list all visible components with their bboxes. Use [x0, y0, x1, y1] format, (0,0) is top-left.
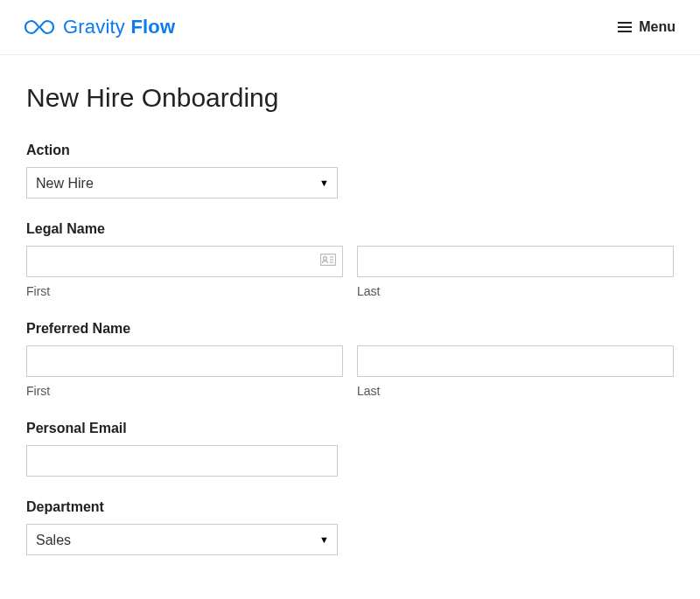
app-header: Gravity Flow Menu [0, 0, 700, 55]
infinity-icon [24, 18, 54, 36]
department-select[interactable]: Sales [26, 524, 338, 555]
preferred-last-input[interactable] [357, 345, 674, 377]
department-label: Department [26, 499, 674, 515]
legal-first-sublabel: First [26, 284, 343, 298]
preferred-last-sublabel: Last [357, 384, 674, 398]
personal-email-label: Personal Email [26, 421, 674, 436]
field-action: Action New Hire ▼ [26, 143, 674, 199]
action-select[interactable]: New Hire [26, 167, 338, 199]
menu-button[interactable]: Menu [618, 19, 676, 35]
field-department: Department Sales ▼ [26, 499, 674, 555]
legal-last-input[interactable] [357, 246, 674, 277]
legal-last-sublabel: Last [357, 284, 674, 298]
field-preferred-name: Preferred Name First Last [26, 321, 674, 398]
preferred-first-sublabel: First [26, 384, 343, 398]
legal-first-input[interactable] [26, 246, 343, 277]
hamburger-icon [618, 22, 632, 32]
action-label: Action [26, 143, 674, 158]
preferred-first-input[interactable] [26, 345, 343, 377]
brand-logo[interactable]: Gravity Flow [24, 16, 175, 38]
main-content: New Hire Onboarding Action New Hire ▼ Le… [0, 55, 700, 555]
menu-label: Menu [639, 19, 676, 35]
preferred-name-label: Preferred Name [26, 321, 674, 337]
field-personal-email: Personal Email [26, 421, 674, 477]
personal-email-input[interactable] [26, 445, 338, 477]
legal-name-label: Legal Name [26, 221, 674, 237]
field-legal-name: Legal Name Fi [26, 221, 674, 298]
brand-text: Gravity Flow [63, 16, 175, 38]
page-title: New Hire Onboarding [26, 83, 674, 113]
